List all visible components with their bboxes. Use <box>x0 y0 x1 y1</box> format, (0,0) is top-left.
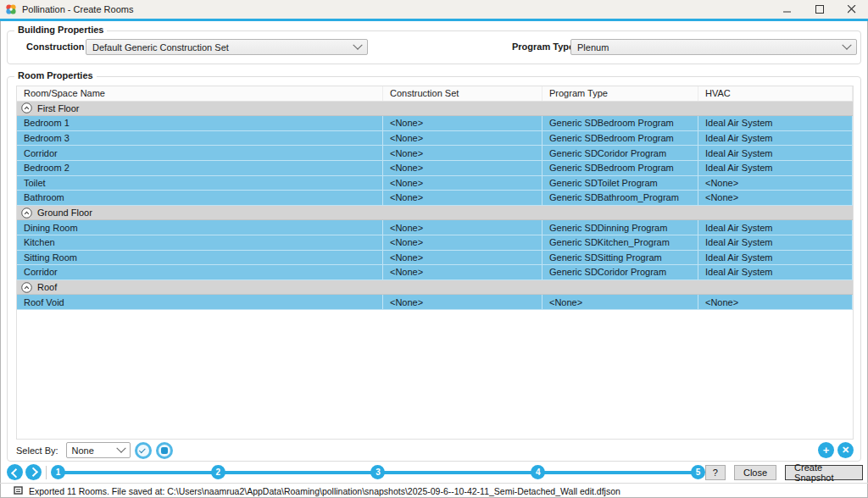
program-type-cell: Generic SDBathroom_Program <box>542 191 698 205</box>
forward-button[interactable] <box>25 464 42 480</box>
table-row[interactable]: Kitchen<None>Generic SDKitchen_ProgramId… <box>17 235 853 251</box>
program-type-cell: Generic SDSitting Program <box>542 251 698 265</box>
program-type-cell: Generic SDKitchen_Program <box>542 235 698 250</box>
select-by-dropdown[interactable]: None <box>66 442 131 458</box>
title-bar: Pollination - Create Rooms <box>0 0 868 19</box>
table-row[interactable]: Bedroom 1<None>Generic SDBedroom Program… <box>17 116 853 131</box>
table-row[interactable]: Bathroom<None>Generic SDBathroom_Program… <box>17 191 853 206</box>
table-row[interactable]: Sitting Room<None>Generic SDSitting Prog… <box>17 251 853 266</box>
steps-track: 12345 <box>51 462 705 482</box>
hvac-cell: Ideal Air System <box>698 251 853 265</box>
construction-set-cell: <None> <box>383 176 542 191</box>
program-type-cell: Generic SDCoridor Program <box>542 265 698 279</box>
hvac-cell: <None> <box>698 295 853 309</box>
table-row[interactable]: Corridor<None>Generic SDCoridor ProgramI… <box>17 265 853 280</box>
collapse-chevron-up-icon[interactable] <box>21 282 32 293</box>
select-by-label: Select By: <box>16 445 58 456</box>
program-type-cell: Generic SDBedroom Program <box>542 116 698 130</box>
room-name-cell: Toilet <box>17 176 383 191</box>
remove-button[interactable]: ✕ <box>837 442 854 458</box>
table-row[interactable]: Bedroom 3<None>Generic SDBedroom Program… <box>17 131 853 147</box>
hvac-cell: Ideal Air System <box>698 146 853 160</box>
chevron-left-icon <box>11 468 20 478</box>
room-name-cell: Dining Room <box>17 220 383 235</box>
table-row[interactable]: Dining Room<None>Generic SDDinning Progr… <box>17 220 853 235</box>
room-name-cell: Bedroom 2 <box>17 161 383 175</box>
hvac-cell: <None> <box>698 191 853 205</box>
collapse-chevron-up-icon[interactable] <box>21 208 32 219</box>
close-dialog-button[interactable]: Close <box>734 465 776 480</box>
add-button[interactable]: + <box>818 442 834 458</box>
maximize-button[interactable] <box>804 0 836 19</box>
construction-set-dropdown[interactable]: Default Generic Construction Set <box>86 39 368 55</box>
construction-set-cell: <None> <box>383 131 542 146</box>
chevron-down-icon <box>116 443 125 452</box>
x-icon: ✕ <box>842 445 849 455</box>
construction-set-cell: <None> <box>383 146 542 160</box>
room-properties-title: Room Properties <box>14 70 97 80</box>
room-name-cell: Kitchen <box>17 235 383 250</box>
select-by-row: Select By: None + ✕ <box>16 441 854 459</box>
step-2-circle[interactable]: 2 <box>211 465 225 479</box>
program-type-cell: Generic SDCoridor Program <box>542 146 698 160</box>
program-type-cell: Generic SDToilet Program <box>542 176 698 191</box>
divider <box>46 466 47 479</box>
group-row[interactable]: Ground Floor <box>17 206 853 221</box>
room-name-cell: Corridor <box>17 265 383 279</box>
building-properties-title: Building Properties <box>14 25 107 35</box>
rooms-table-header: Room/Space NameConstruction SetProgram T… <box>17 86 853 102</box>
program-type-cell: <None> <box>542 295 698 309</box>
accent-divider <box>0 19 868 21</box>
construction-set-cell: <None> <box>383 116 542 130</box>
hvac-cell: Ideal Air System <box>698 235 853 250</box>
hvac-cell: Ideal Air System <box>698 265 853 279</box>
chevron-down-icon <box>353 40 362 49</box>
building-properties-group: Building Properties Construction Set: De… <box>7 30 861 64</box>
program-type-cell: Generic SDBedroom Program <box>542 131 698 146</box>
minimize-button[interactable] <box>771 0 804 19</box>
window-title: Pollination - Create Rooms <box>22 4 133 14</box>
rooms-table-body: First FloorBedroom 1<None>Generic SDBedr… <box>17 102 853 310</box>
group-label: Roof <box>37 282 57 292</box>
construction-set-value: Default Generic Construction Set <box>92 42 229 53</box>
step-3-circle[interactable]: 3 <box>370 465 385 479</box>
construction-set-cell: <None> <box>383 235 542 250</box>
room-name-cell: Bedroom 3 <box>17 131 383 146</box>
step-4-circle[interactable]: 4 <box>531 465 545 479</box>
table-row[interactable]: Corridor<None>Generic SDCoridor ProgramI… <box>17 146 853 161</box>
step-5-circle[interactable]: 5 <box>691 465 705 479</box>
help-button[interactable]: ? <box>705 465 726 480</box>
status-message: Exported 11 Rooms. File saved at: C:\Use… <box>29 486 620 496</box>
plus-icon: + <box>823 445 830 456</box>
program-type-cell: Generic SDDinning Program <box>542 220 698 235</box>
room-name-cell: Bedroom 1 <box>17 116 383 130</box>
check-selection-button[interactable] <box>135 442 152 459</box>
program-type-value: Plenum <box>577 42 609 53</box>
select-all-button[interactable] <box>156 442 173 459</box>
window-controls <box>771 0 868 19</box>
construction-set-cell: <None> <box>383 220 542 235</box>
program-type-dropdown[interactable]: Plenum <box>570 39 857 55</box>
hvac-cell: Ideal Air System <box>698 131 853 146</box>
hvac-cell: Ideal Air System <box>698 161 853 175</box>
table-row[interactable]: Toilet<None>Generic SDToilet Program<Non… <box>17 176 853 191</box>
hvac-cell: Ideal Air System <box>698 116 853 130</box>
export-file-icon <box>14 486 23 495</box>
create-rooms-window: { "window": { "title": "Pollination - Cr… <box>0 0 868 498</box>
room-name-cell: Bathroom <box>17 191 383 205</box>
steps-circles: 12345 <box>51 462 705 482</box>
collapse-chevron-up-icon[interactable] <box>21 102 32 113</box>
table-row[interactable]: Roof Void<None><None><None> <box>17 295 853 310</box>
group-row[interactable]: Roof <box>17 280 853 296</box>
construction-set-cell: <None> <box>383 251 542 265</box>
back-button[interactable] <box>7 464 23 480</box>
group-row[interactable]: First Floor <box>17 102 853 117</box>
create-snapshot-button[interactable]: Create Snapshot <box>785 465 863 480</box>
chevron-down-icon <box>842 40 851 49</box>
close-button[interactable] <box>836 0 868 19</box>
footer-buttons: ? Close Create Snapshot <box>705 465 863 480</box>
step-1-circle[interactable]: 1 <box>51 465 65 479</box>
table-row[interactable]: Bedroom 2<None>Generic SDBedroom Program… <box>17 161 853 176</box>
wizard-step-bar: 12345 ? Close Create Snapshot <box>0 462 868 482</box>
hvac-cell: <None> <box>698 176 853 191</box>
